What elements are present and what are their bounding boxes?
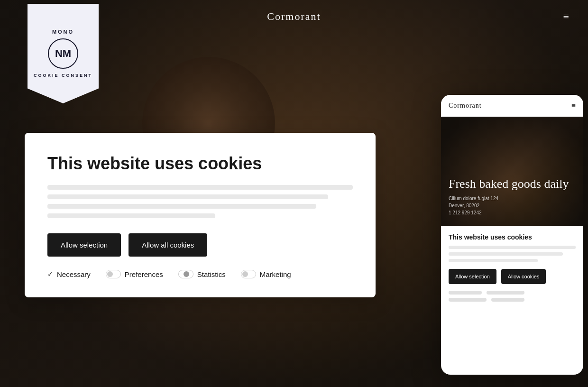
mobile-allow-all-button[interactable]: Allow cookies — [501, 269, 546, 284]
mobile-cookie-description — [449, 246, 576, 262]
allow-all-cookies-button[interactable]: Allow all cookies — [129, 233, 207, 257]
badge-text-mono: MONO — [52, 29, 74, 35]
mobile-category-pill-1 — [449, 291, 482, 295]
mobile-site-title: Cormorant — [449, 102, 482, 110]
mobile-cookie-panel: This website uses cookies Allow selectio… — [441, 226, 583, 309]
category-necessary[interactable]: ✓ Necessary — [47, 270, 91, 278]
mobile-category-pill-2 — [487, 291, 524, 295]
text-line-1 — [47, 185, 353, 190]
badge-circle: NM — [48, 38, 78, 69]
checkmark-icon: ✓ — [47, 270, 53, 278]
badge-text-cookie-consent: COOKIE CONSENT — [34, 73, 92, 79]
statistics-toggle[interactable] — [178, 270, 193, 278]
category-preferences-label: Preferences — [125, 270, 163, 278]
allow-selection-button[interactable]: Allow selection — [47, 233, 121, 257]
cookie-consent-dialog: This website uses cookies Allow selectio… — [25, 133, 376, 297]
category-necessary-label: Necessary — [57, 270, 91, 278]
mobile-city-line: Denver, 80202 — [449, 203, 479, 208]
mobile-cookie-buttons: Allow selection Allow cookies — [449, 269, 576, 284]
mobile-device-mockup: Cormorant ≡ Fresh baked goods daily Cill… — [441, 95, 583, 375]
mobile-cookie-categories — [449, 291, 576, 302]
mobile-cat-row-2 — [449, 298, 576, 302]
mobile-text-line-2 — [449, 252, 563, 256]
cookie-dialog-title: This website uses cookies — [47, 154, 353, 174]
category-marketing-label: Marketing — [260, 270, 291, 278]
mobile-allow-selection-button[interactable]: Allow selection — [449, 269, 496, 284]
category-statistics[interactable]: Statistics — [178, 270, 226, 278]
mobile-category-pill-4 — [491, 298, 524, 302]
site-title: Cormorant — [267, 10, 321, 23]
marketing-toggle[interactable] — [241, 270, 256, 278]
cookie-action-buttons: Allow selection Allow all cookies — [47, 233, 353, 257]
preferences-toggle[interactable] — [106, 270, 121, 278]
mobile-text-line-1 — [449, 246, 576, 249]
mobile-hamburger-icon[interactable]: ≡ — [571, 101, 576, 110]
brand-badge: MONO NM COOKIE CONSENT — [28, 4, 99, 103]
mobile-cat-row-1 — [449, 291, 576, 295]
mobile-hero-image: Fresh baked goods daily Cillum dolore fu… — [441, 117, 583, 226]
hamburger-menu-icon[interactable]: ≡ — [563, 10, 569, 23]
mobile-hero-headline: Fresh baked goods daily — [449, 176, 569, 191]
badge-shape: MONO NM COOKIE CONSENT — [28, 4, 99, 103]
cookie-categories: ✓ Necessary Preferences Statistics Marke… — [47, 270, 353, 278]
text-line-3 — [47, 204, 316, 209]
mobile-cookie-title: This website uses cookies — [449, 233, 576, 241]
mobile-navbar: Cormorant ≡ — [441, 95, 583, 117]
category-marketing[interactable]: Marketing — [241, 270, 291, 278]
mobile-category-pill-3 — [449, 298, 487, 302]
mobile-hero-content: Fresh baked goods daily Cillum dolore fu… — [449, 176, 569, 216]
text-line-4 — [47, 213, 215, 218]
mobile-phone-line: 1 212 929 1242 — [449, 210, 482, 215]
cookie-description-lines — [47, 185, 353, 218]
mobile-hero-address: Cillum dolore fugiat 124 Denver, 80202 1… — [449, 195, 569, 216]
category-statistics-label: Statistics — [197, 270, 226, 278]
text-line-2 — [47, 194, 328, 199]
mobile-address-line: Cillum dolore fugiat 124 — [449, 196, 498, 201]
category-preferences[interactable]: Preferences — [106, 270, 163, 278]
mobile-text-line-3 — [449, 259, 538, 262]
badge-initials: NM — [55, 47, 71, 60]
